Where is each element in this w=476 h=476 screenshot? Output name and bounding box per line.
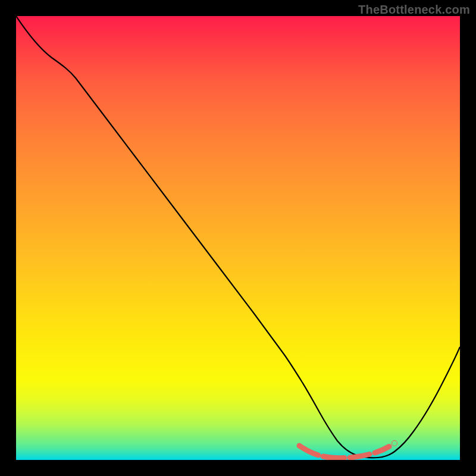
watermark-text: TheBottleneck.com — [358, 3, 470, 17]
chart-svg — [16, 16, 460, 460]
svg-point-0 — [394, 443, 395, 444]
chart-frame: TheBottleneck.com — [0, 0, 476, 476]
chart-line-curve — [16, 16, 460, 458]
chart-plot-area — [16, 16, 460, 460]
